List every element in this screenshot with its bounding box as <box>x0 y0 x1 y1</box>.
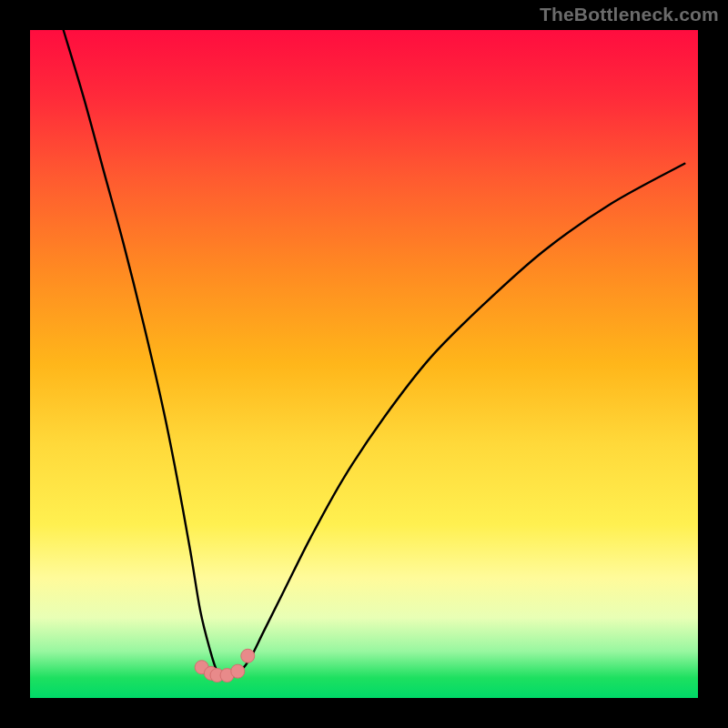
chart-stage: TheBottleneck.com <box>0 0 728 728</box>
trough-marker <box>241 649 255 662</box>
attribution-watermark: TheBottleneck.com <box>540 4 719 25</box>
bottleneck-curve <box>64 30 685 679</box>
curve-group <box>64 30 685 679</box>
trough-marker <box>231 664 245 678</box>
plot-area <box>30 30 698 698</box>
bottleneck-curve-svg <box>30 30 698 698</box>
